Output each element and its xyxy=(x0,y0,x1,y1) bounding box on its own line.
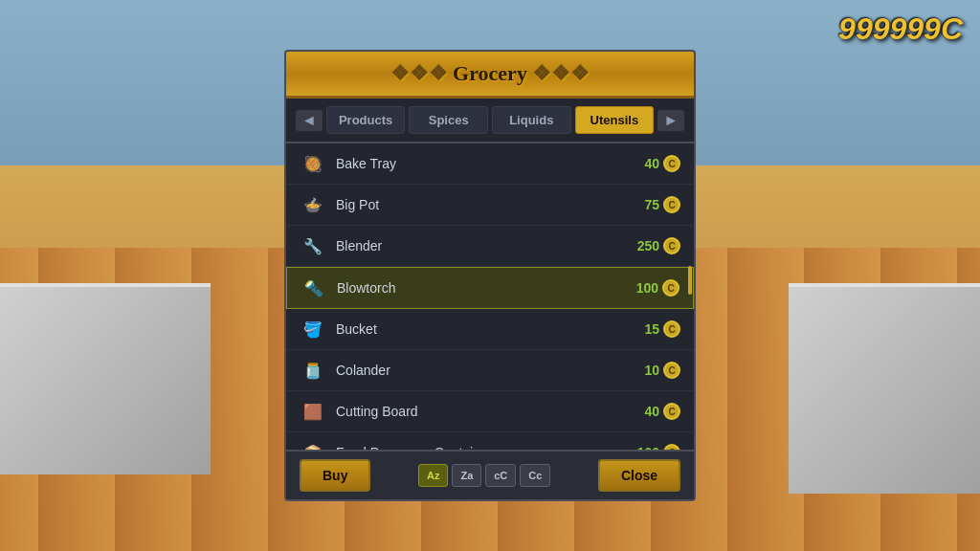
item-list: 🥘 Bake Tray 40 C 🍲 Big Pot 75 C 🔧 Blende… xyxy=(286,143,694,450)
tab-bar: ◄ Products Spices Liquids Utensils ► xyxy=(286,99,694,143)
sort-cc-desc-button[interactable]: Cc xyxy=(520,464,550,487)
item-name-food-processor: Food Processor Container xyxy=(336,445,628,450)
item-name-blowtorch: Blowtorch xyxy=(337,280,627,296)
list-item[interactable]: 🪣 Bucket 15 C xyxy=(286,309,694,350)
buy-button[interactable]: Buy xyxy=(300,459,370,492)
modal-header: ❖❖❖ Grocery ❖❖❖ xyxy=(286,52,694,99)
coin-icon: C xyxy=(663,444,680,450)
grocery-modal: ❖❖❖ Grocery ❖❖❖ ◄ Products Spices Liquid… xyxy=(284,50,696,501)
item-price-big-pot: 75 C xyxy=(644,196,680,213)
item-price-blowtorch: 100 C xyxy=(636,279,679,297)
modal-overlay: ❖❖❖ Grocery ❖❖❖ ◄ Products Spices Liquid… xyxy=(0,0,980,551)
modal-title: ❖❖❖ Grocery ❖❖❖ xyxy=(305,61,675,86)
item-name-bake-tray: Bake Tray xyxy=(336,156,635,171)
item-price-food-processor: 100 C xyxy=(637,444,680,450)
coin-icon: C xyxy=(663,237,680,254)
list-item-selected[interactable]: 🔦 Blowtorch 100 C xyxy=(286,267,694,309)
sort-az-button[interactable]: Az xyxy=(418,464,448,487)
price-value: 250 xyxy=(637,238,659,253)
price-value: 100 xyxy=(637,445,659,450)
item-name-cutting-board: Cutting Board xyxy=(336,404,635,419)
sort-buttons: Az Za cC Cc xyxy=(418,464,550,487)
list-item[interactable]: 🟫 Cutting Board 40 C xyxy=(286,391,694,432)
coin-icon: C xyxy=(662,279,679,297)
item-icon-blender: 🔧 xyxy=(300,232,326,259)
next-tab-arrow[interactable]: ► xyxy=(657,110,684,131)
scroll-indicator xyxy=(688,266,692,295)
modal-footer: Buy Az Za cC Cc Close xyxy=(286,450,694,499)
prev-tab-arrow[interactable]: ◄ xyxy=(296,110,323,131)
sort-za-button[interactable]: Za xyxy=(452,464,481,487)
item-icon-big-pot: 🍲 xyxy=(300,191,326,218)
list-item[interactable]: 🍲 Big Pot 75 C xyxy=(286,185,694,226)
item-price-bake-tray: 40 C xyxy=(644,155,680,172)
sort-cc-asc-button[interactable]: cC xyxy=(485,464,516,487)
list-item[interactable]: 🔧 Blender 250 C xyxy=(286,226,694,267)
close-button[interactable]: Close xyxy=(598,459,680,492)
item-name-colander: Colander xyxy=(336,363,635,378)
price-value: 75 xyxy=(644,197,659,212)
title-suffix: ❖❖❖ xyxy=(532,61,590,85)
coin-icon: C xyxy=(663,362,680,379)
coin-icon: C xyxy=(663,196,680,213)
item-icon-food-processor: 📦 xyxy=(300,439,326,450)
title-prefix: ❖❖❖ xyxy=(390,61,454,85)
title-text: Grocery xyxy=(453,61,527,85)
list-item[interactable]: 📦 Food Processor Container 100 C xyxy=(286,432,694,450)
item-icon-bake-tray: 🥘 xyxy=(300,150,326,177)
item-price-bucket: 15 C xyxy=(644,320,680,338)
tab-spices[interactable]: Spices xyxy=(409,106,488,134)
list-item[interactable]: 🫙 Colander 10 C xyxy=(286,350,694,391)
price-value: 15 xyxy=(644,321,659,337)
item-name-blender: Blender xyxy=(336,238,628,253)
item-icon-colander: 🫙 xyxy=(300,357,326,384)
item-name-bucket: Bucket xyxy=(336,321,635,337)
item-icon-bucket: 🪣 xyxy=(300,316,326,342)
item-price-blender: 250 C xyxy=(637,237,680,254)
price-value: 40 xyxy=(644,404,659,419)
item-icon-blowtorch: 🔦 xyxy=(301,275,327,301)
item-price-cutting-board: 40 C xyxy=(644,403,680,420)
price-value: 100 xyxy=(636,280,658,296)
item-icon-cutting-board: 🟫 xyxy=(300,398,326,425)
price-value: 10 xyxy=(644,363,659,378)
tab-utensils[interactable]: Utensils xyxy=(575,106,655,134)
list-item[interactable]: 🥘 Bake Tray 40 C xyxy=(286,143,694,185)
price-value: 40 xyxy=(644,156,659,171)
coin-icon: C xyxy=(663,403,680,420)
coin-icon: C xyxy=(663,320,680,338)
item-price-colander: 10 C xyxy=(644,362,680,379)
coin-icon: C xyxy=(663,155,680,172)
tab-products[interactable]: Products xyxy=(326,106,406,134)
tab-liquids[interactable]: Liquids xyxy=(492,106,571,134)
item-name-big-pot: Big Pot xyxy=(336,197,635,212)
